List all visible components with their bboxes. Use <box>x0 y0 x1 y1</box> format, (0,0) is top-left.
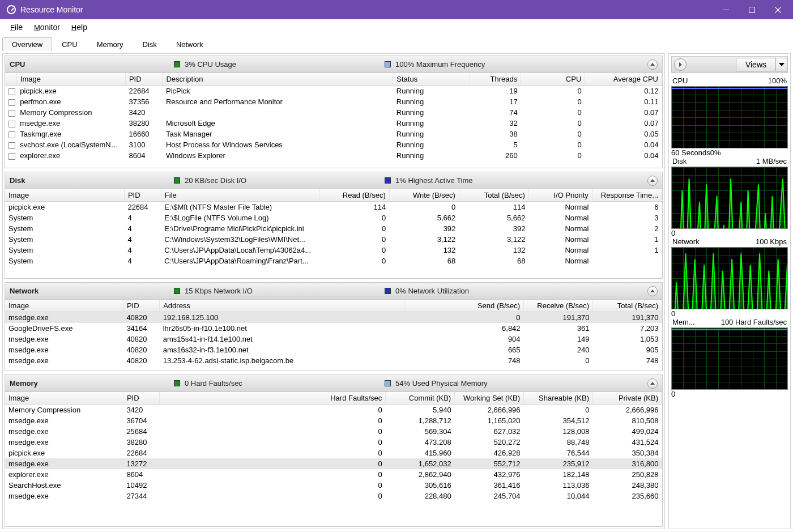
col-header[interactable]: Working Set (KB) <box>455 392 524 405</box>
table-row[interactable]: System4E:\$LogFile (NTFS Volume Log)05,6… <box>5 212 662 223</box>
row-checkbox[interactable] <box>8 99 15 106</box>
col-header[interactable]: File <box>161 189 319 202</box>
collapse-icon[interactable] <box>647 286 658 296</box>
col-header[interactable]: Description <box>163 73 393 86</box>
hide-panel-button[interactable] <box>674 58 687 71</box>
collapse-icon[interactable] <box>647 378 658 389</box>
col-header[interactable]: Hard Faults/sec <box>160 392 386 405</box>
tab-overview[interactable]: Overview <box>2 37 52 51</box>
cell: 0 <box>319 223 389 234</box>
table-row[interactable]: msedge.exe40820ams16s32-in-f3.1e100.net6… <box>5 344 662 355</box>
table-row[interactable]: msedge.exe38280Microsoft EdgeRunning3200… <box>5 118 662 129</box>
chart-scale-right: 0 <box>671 309 675 318</box>
section-header-memory[interactable]: Memory0 Hard Faults/sec54% Used Physical… <box>5 375 662 392</box>
col-header[interactable]: Status <box>393 73 470 86</box>
col-header[interactable]: PID <box>123 392 159 405</box>
col-header[interactable]: Send (B/sec) <box>404 300 524 312</box>
table-row[interactable]: System4C:\Users\JP\AppData\Roaming\Franz… <box>5 256 662 266</box>
table-row[interactable]: msedge.exe4082013.253-4-62.adsl-static.i… <box>5 355 662 366</box>
col-header[interactable]: Commit (KB) <box>386 392 455 405</box>
col-header[interactable]: Address <box>160 300 404 312</box>
table-row[interactable]: picpick.exe22684E:\$Mft (NTFS Master Fil… <box>5 202 662 213</box>
svg-rect-1 <box>749 7 754 12</box>
menu-file[interactable]: File <box>5 22 28 33</box>
tab-memory[interactable]: Memory <box>87 37 133 51</box>
table-row[interactable]: GoogleDriveFS.exe34164lhr26s05-in-f10.1e… <box>5 323 662 334</box>
minimize-button[interactable] <box>713 0 739 19</box>
cell: Memory Compression <box>16 107 125 118</box>
cell: Task Manager <box>163 129 393 139</box>
row-checkbox[interactable] <box>8 153 15 160</box>
col-header[interactable]: Average CPU <box>585 73 662 86</box>
col-header[interactable]: Total (B/sec) <box>459 189 528 202</box>
col-header[interactable]: CPU <box>521 73 585 86</box>
col-header[interactable]: PID <box>124 189 161 202</box>
row-checkbox[interactable] <box>8 131 15 138</box>
table-row[interactable]: msedge.exe382800473,208520,27288,748431,… <box>5 437 662 448</box>
table-row[interactable]: System4C:\Users\JP\AppData\Local\Temp\43… <box>5 245 662 256</box>
table-row[interactable]: picpick.exe226840415,960426,92876,544350… <box>5 448 662 458</box>
collapse-icon[interactable] <box>647 59 658 70</box>
cpu-grid[interactable]: ImagePIDDescriptionStatusThreadsCPUAvera… <box>5 73 662 168</box>
col-header[interactable]: Image <box>5 300 123 312</box>
disk-grid[interactable]: ImagePIDFileRead (B/sec)Write (B/sec)Tot… <box>5 189 662 278</box>
row-checkbox[interactable] <box>8 88 15 95</box>
col-header[interactable] <box>5 73 16 86</box>
table-row[interactable]: msedge.exe256840569,304627,032128,008499… <box>5 426 662 437</box>
cell: 905 <box>593 344 662 355</box>
section-header-disk[interactable]: Disk20 KB/sec Disk I/O1% Highest Active … <box>5 172 662 189</box>
cell: 2,666,996 <box>455 405 524 416</box>
row-checkbox[interactable] <box>8 110 15 117</box>
table-row[interactable]: msedge.exe273440228,480245,70410,044235,… <box>5 491 662 501</box>
col-header[interactable]: Write (B/sec) <box>389 189 459 202</box>
row-checkbox[interactable] <box>8 142 15 149</box>
table-row[interactable]: explorer.exe8604Windows ExplorerRunning2… <box>5 150 662 161</box>
tab-network[interactable]: Network <box>167 37 213 51</box>
col-header[interactable]: Threads <box>470 73 521 86</box>
col-header[interactable]: Read (B/sec) <box>319 189 389 202</box>
menu-monitor[interactable]: Monitor <box>28 22 66 33</box>
table-row[interactable]: explorer.exe860402,862,940432,976182,148… <box>5 469 662 480</box>
tab-disk[interactable]: Disk <box>133 37 167 51</box>
close-button[interactable] <box>765 0 791 19</box>
table-row[interactable]: msedge.exe3670401,288,7121,165,020354,51… <box>5 415 662 426</box>
memory-grid[interactable]: ImagePIDHard Faults/secCommit (KB)Workin… <box>5 392 662 526</box>
col-header[interactable]: Private (KB) <box>593 392 662 405</box>
table-row[interactable]: System4C:\Windows\System32\LogFiles\WMI\… <box>5 234 662 245</box>
row-checkbox[interactable] <box>8 121 15 127</box>
section-header-network[interactable]: Network15 Kbps Network I/O0% Network Uti… <box>5 283 662 300</box>
table-row[interactable]: Memory Compression3420Running7400.07 <box>5 107 662 118</box>
table-row[interactable]: svchost.exe (LocalSystemNet...3100Host P… <box>5 139 662 150</box>
col-header[interactable]: PID <box>125 73 163 86</box>
table-row[interactable]: Memory Compression342005,9402,666,99602,… <box>5 405 662 416</box>
table-row[interactable]: picpick.exe22684PicPickRunning1900.12 <box>5 86 662 97</box>
table-row[interactable]: Taskmgr.exe16660Task ManagerRunning3800.… <box>5 129 662 139</box>
table-row[interactable]: System4E:\Drive\Programe Mici\PickPick\p… <box>5 223 662 234</box>
tab-cpu[interactable]: CPU <box>52 37 87 51</box>
maximize-button[interactable] <box>739 0 765 19</box>
views-button[interactable]: Views <box>736 58 787 71</box>
table-row[interactable]: msedge.exe40820ams15s41-in-f14.1e100.net… <box>5 334 662 344</box>
col-header[interactable]: Total (B/sec) <box>593 300 662 312</box>
table-row[interactable]: SearchHost.exe104920305,616361,416113,03… <box>5 480 662 491</box>
cell: 0 <box>521 107 585 118</box>
table-row[interactable]: msedge.exe1327201,652,032552,712235,9123… <box>5 458 662 469</box>
views-dropdown-icon[interactable] <box>775 58 787 71</box>
col-header[interactable]: Image <box>5 392 123 405</box>
cell: 569,304 <box>386 426 455 437</box>
col-header[interactable]: PID <box>123 300 159 312</box>
table-row[interactable]: msedge.exe40820192.168.125.1000191,37019… <box>5 312 662 324</box>
network-grid[interactable]: ImagePIDAddressSend (B/sec)Receive (B/se… <box>5 300 662 371</box>
col-header[interactable]: I/O Priority <box>528 189 592 202</box>
col-header[interactable]: Image <box>16 73 125 86</box>
collapse-icon[interactable] <box>647 176 658 186</box>
col-header[interactable]: Image <box>5 189 124 202</box>
section-header-cpu[interactable]: CPU3% CPU Usage100% Maximum Frequency <box>5 56 662 73</box>
table-row[interactable]: perfmon.exe37356Resource and Performance… <box>5 96 662 107</box>
cell: 245,704 <box>455 491 524 501</box>
cell: Normal <box>528 256 592 266</box>
col-header[interactable]: Receive (B/sec) <box>524 300 593 312</box>
menu-help[interactable]: Help <box>66 22 93 33</box>
col-header[interactable]: Response Time... <box>592 189 662 202</box>
col-header[interactable]: Shareable (KB) <box>524 392 593 405</box>
